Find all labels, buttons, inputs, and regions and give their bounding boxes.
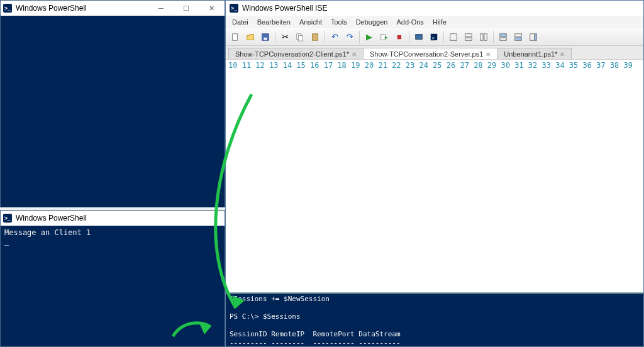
svg-rect-12	[465, 37, 472, 40]
tab-close-icon[interactable]: ✕	[560, 51, 565, 58]
tab-label: Show-TCPConversation2-Client.ps1*	[235, 50, 349, 58]
layout-1-icon[interactable]	[447, 30, 460, 44]
console-body[interactable]: Message an Client 1 _	[1, 226, 225, 346]
code-line[interactable]	[636, 108, 643, 118]
show-console-pane-icon[interactable]	[511, 30, 525, 44]
window-title: Windows PowerShell ISE	[242, 4, 327, 13]
code-line[interactable]: # 2. Session annehmen	[636, 240, 643, 250]
file-tabs: Show-TCPConversation2-Client.ps1*✕Show-T…	[226, 46, 643, 60]
menu-ansicht[interactable]: Ansicht	[296, 17, 326, 27]
powershell-window-bottom[interactable]: >_ Windows PowerShell Message an Client …	[0, 210, 225, 347]
menubar: DateiBearbeitenAnsichtToolsDebuggenAdd-O…	[226, 16, 643, 28]
powershell-ise-window[interactable]: >_ Windows PowerShell ISE DateiBearbeite…	[225, 0, 644, 347]
powershell-ise-icon: >_	[230, 4, 238, 13]
code-line[interactable]: # TCP-Server starten	[636, 80, 643, 89]
code-line[interactable]	[636, 231, 643, 240]
show-script-pane-icon[interactable]	[496, 30, 510, 44]
save-icon[interactable]	[258, 30, 272, 44]
tab-label: Show-TCPConversation2-Server.ps1	[370, 50, 483, 58]
code-line[interactable]	[636, 70, 643, 80]
close-button[interactable]: ✕	[201, 1, 222, 15]
console-body[interactable]	[1, 16, 225, 207]
menu-add-ons[interactable]: Add-Ons	[392, 17, 427, 27]
svg-rect-11	[465, 33, 472, 36]
ps-icon[interactable]: >_	[427, 30, 441, 44]
file-tab[interactable]: Unbenannt1.ps1*✕	[497, 48, 572, 59]
menu-tools[interactable]: Tools	[327, 17, 351, 27]
new-icon[interactable]	[228, 30, 242, 44]
titlebar[interactable]: >_ Windows PowerShell ─ ☐ ✕	[1, 1, 225, 16]
run-icon[interactable]: ▶	[362, 30, 376, 44]
code-line[interactable]: $IncomingClient = $TcpServer.AcceptTcpCl…	[636, 250, 643, 259]
svg-rect-7	[416, 34, 423, 39]
file-tab[interactable]: Show-TCPConversation2-Client.ps1*✕	[228, 48, 364, 59]
powershell-window-top[interactable]: >_ Windows PowerShell ─ ☐ ✕	[0, 0, 225, 207]
copy-icon[interactable]	[293, 30, 307, 44]
code-line[interactable]: # 1. Session annehmen	[636, 118, 643, 127]
code-line[interactable]: $TcpServer = New-Object System.Net.Socke…	[636, 89, 643, 99]
code-line[interactable]: $Sessions += $NewSession	[636, 184, 643, 193]
code-line[interactable]: $NewSession = New-Object -TypeName PSObj…	[636, 259, 643, 268]
code-line[interactable]: $NewSession | Add-Member -MemberType Not…	[636, 146, 643, 155]
code-line[interactable]: $NewSession | Add-Member -MemberType Not…	[636, 278, 643, 287]
svg-rect-6	[381, 34, 386, 40]
menu-debuggen[interactable]: Debuggen	[352, 17, 392, 27]
svg-rect-10	[450, 33, 457, 40]
maximize-button[interactable]: ☐	[175, 1, 197, 15]
tab-close-icon[interactable]: ✕	[352, 51, 357, 58]
toolbar: ✂ ↶ ↷ ▶ ■ >_	[226, 28, 643, 46]
code-area[interactable]: $Port = 9005 # TCP-Server starten $TcpSe…	[636, 60, 643, 292]
svg-rect-16	[500, 37, 507, 40]
run-selection-icon[interactable]	[377, 30, 391, 44]
layout-3-icon[interactable]	[477, 30, 491, 44]
svg-rect-0	[233, 33, 238, 40]
code-line[interactable]: $TcpServer.Start()	[636, 99, 643, 108]
tab-close-icon[interactable]: ✕	[486, 51, 491, 58]
code-line[interactable]: $Sessions[0].DataStream.Write($Data,0,$D…	[636, 221, 643, 231]
svg-rect-18	[515, 37, 522, 40]
menu-datei[interactable]: Datei	[228, 17, 252, 27]
titlebar[interactable]: >_ Windows PowerShell	[1, 211, 225, 226]
cut-icon[interactable]: ✂	[278, 30, 292, 44]
menu-bearbeiten[interactable]: Bearbeiten	[253, 17, 294, 27]
code-line[interactable]: $IncomingClient = $TcpServer.AcceptTcpCl…	[636, 127, 643, 136]
paste-icon[interactable]	[308, 30, 322, 44]
code-line[interactable]: $NewSession | Add-Member -MemberType Not…	[636, 165, 643, 174]
show-command-addon-icon[interactable]	[526, 30, 540, 44]
open-icon[interactable]	[243, 30, 257, 44]
minimize-button[interactable]: ─	[150, 1, 172, 15]
svg-rect-15	[500, 33, 507, 36]
titlebar[interactable]: >_ Windows PowerShell ISE	[226, 1, 643, 16]
svg-text:>_: >_	[432, 35, 438, 40]
redo-icon[interactable]: ↷	[343, 30, 357, 44]
code-line[interactable]	[636, 193, 643, 202]
svg-rect-4	[298, 35, 303, 41]
code-line[interactable]: $Port = 9005	[636, 61, 643, 70]
file-tab[interactable]: Show-TCPConversation2-Server.ps1✕	[363, 48, 497, 59]
code-line[interactable]: $NewSession | Add-Member -MemberType Not…	[636, 174, 643, 184]
window-title: Windows PowerShell	[16, 214, 87, 223]
stop-icon[interactable]: ■	[392, 30, 406, 44]
svg-rect-20	[535, 33, 537, 40]
remote-icon[interactable]	[412, 30, 426, 44]
svg-rect-13	[480, 33, 483, 40]
powershell-icon: >_	[3, 4, 12, 13]
code-line[interactable]: $Data = [text.Encoding]::Ascii.GetBytes(…	[636, 212, 643, 221]
undo-icon[interactable]: ↶	[328, 30, 341, 44]
tab-label: Unbenannt1.ps1*	[504, 50, 557, 58]
svg-rect-17	[515, 33, 522, 36]
code-line[interactable]: $NewSession = New-Object -TypeName PSObj…	[636, 136, 643, 146]
svg-rect-19	[530, 33, 535, 40]
code-line[interactable]: $NewSession | Add-Member -MemberType Not…	[636, 155, 643, 165]
code-line[interactable]: $NewSession | Add-Member -MemberType Not…	[636, 268, 643, 278]
ise-console[interactable]: $Sessions += $NewSession PS C:\> $Sessio…	[226, 292, 643, 346]
powershell-icon: >_	[3, 214, 12, 223]
code-line[interactable]: $NewSession | Add-Member -MemberType Not…	[636, 287, 643, 292]
svg-rect-2	[264, 37, 267, 40]
menu-hilfe[interactable]: Hilfe	[429, 17, 450, 27]
window-title: Windows PowerShell	[16, 4, 87, 13]
layout-2-icon[interactable]	[462, 30, 475, 44]
line-gutter: 10 11 12 13 14 15 16 17 18 19 20 21 22 2…	[226, 60, 636, 292]
code-line[interactable]: # Daten an 1. Session senden	[636, 202, 643, 212]
code-editor[interactable]: 10 11 12 13 14 15 16 17 18 19 20 21 22 2…	[226, 60, 643, 292]
